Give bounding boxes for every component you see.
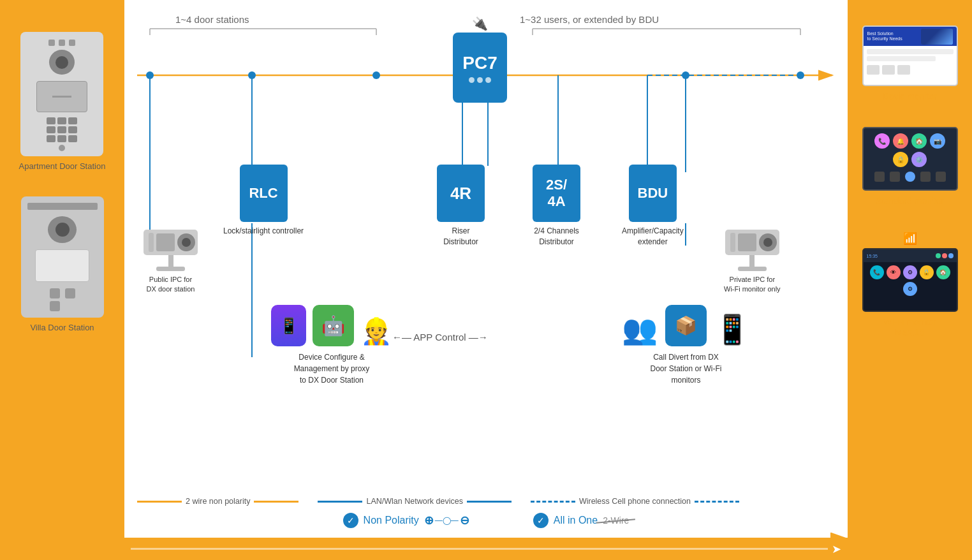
4r-component: 4R RiserDistributor xyxy=(437,165,485,247)
bottom-badges: ✓ Non Polarity ⊕ —◯— ⊖ ✓ All in One 2-Wi… xyxy=(124,513,848,528)
pc7-label: PC7 xyxy=(462,53,497,73)
basic-monitor-img: Best Solutionto Security Needs xyxy=(862,26,958,86)
pc7-component: 🔌 PC7 xyxy=(453,16,507,103)
2s4a-component: 2S/4A 2/4 ChannelsDistributor xyxy=(533,165,580,247)
wifi-monitor-img: 15:35 📞 👁 ⚙ 🔒 🏠 ⚙ xyxy=(862,248,958,312)
app-control-area: 📱 🤖 👷 Device Configure &Management by pr… xyxy=(271,305,392,386)
bdu-component: BDU Amplifier/Capacityextender xyxy=(622,165,684,247)
right-ipc-container: Private IPC forWi-Fi monitor only xyxy=(724,230,781,295)
app-control-label: Device Configure &Management by proxyto … xyxy=(294,351,370,386)
all-in-one-badge: ✓ All in One 2-Wire xyxy=(533,513,630,528)
bottom-arrow-bar: ➤ xyxy=(124,538,848,560)
right-ipc-label: Private IPC forWi-Fi monitor only xyxy=(724,275,781,295)
call-divert-label: Call Divert from DXDoor Station or Wi-Fi… xyxy=(650,351,721,386)
rlc-component: RLC Lock/stairlight controller xyxy=(223,165,304,237)
svg-point-5 xyxy=(372,71,380,79)
apartment-door-station-label: Apartment Door Station xyxy=(19,161,106,171)
basic-monitor-label: Basic monitor xyxy=(883,91,937,101)
top-label-right: 1~32 users, or extended by BDU xyxy=(520,14,659,25)
non-polarity-text: Non Polarity xyxy=(364,515,419,526)
svg-point-3 xyxy=(146,71,154,79)
svg-point-6 xyxy=(682,71,689,79)
non-polarity-check: ✓ xyxy=(343,513,358,528)
left-ipc-label: Public IPC forDX door station xyxy=(147,275,195,295)
rlc-label: Lock/stairlight controller xyxy=(223,226,304,237)
wifi-monitor-container: 📶 15:35 📞 👁 ⚙ 🔒 🏠 ⚙ Wi-Fi monitorMax.16 xyxy=(862,232,958,337)
orange-wire-legend: 2 wire non polarity xyxy=(137,497,298,506)
non-polarity-badge: ✓ Non Polarity ⊕ —◯— ⊖ xyxy=(343,513,469,528)
wifi-monitor-label: Wi-Fi monitorMax.16 xyxy=(883,317,936,337)
two-wire-label: 2-Wire xyxy=(603,515,629,526)
lan-legend: LAN/Wlan Network devices xyxy=(318,497,511,506)
2s4a-label: 2/4 ChannelsDistributor xyxy=(534,226,579,247)
call-divert-area: 👥 📦 📱 Call Divert from DXDoor Station or… xyxy=(622,305,750,386)
bdu-label: Amplifier/Capacityextender xyxy=(622,226,684,247)
apartment-door-station-container: Apartment Door Station xyxy=(19,32,106,171)
basic-monitor-container: Best Solutionto Security Needs Basic mon… xyxy=(862,26,958,101)
legend-section: 2 wire non polarity LAN/Wlan Network dev… xyxy=(137,497,835,506)
app-control-center-label: ←— APP Control —→ xyxy=(392,332,488,343)
standard-monitor-label: Standard monitor xyxy=(876,196,944,206)
villa-door-station-container: Villa Door Station xyxy=(21,196,104,332)
all-in-one-text: All in One xyxy=(554,515,598,526)
villa-door-station-label: Villa Door Station xyxy=(30,323,94,332)
left-ipc-container: Public IPC forDX door station xyxy=(144,230,198,295)
all-in-one-check: ✓ xyxy=(533,513,549,528)
svg-point-4 xyxy=(248,71,256,79)
apartment-door-station-img xyxy=(20,32,103,156)
right-sidebar: Best Solutionto Security Needs Basic mon… xyxy=(848,0,972,560)
wireless-legend: Wireless Cell phone connection xyxy=(531,497,739,506)
left-sidebar: Apartment Door Station Villa xyxy=(0,0,124,560)
top-label-left: 1~4 door stations xyxy=(175,14,249,25)
standard-monitor-img: 📞 🔔 🏠 📷 🔒 ⚙️ xyxy=(862,127,958,191)
villa-door-station-img xyxy=(21,196,104,318)
svg-point-7 xyxy=(797,71,804,79)
4r-label: RiserDistributor xyxy=(443,226,478,247)
main-diagram: 1~4 door stations 1~32 users, or extende… xyxy=(124,0,848,560)
polarity-symbol: ⊕ —◯— ⊖ xyxy=(424,513,469,527)
standard-monitor-container: 📞 🔔 🏠 📷 🔒 ⚙️ Standard monitor xyxy=(862,127,958,206)
